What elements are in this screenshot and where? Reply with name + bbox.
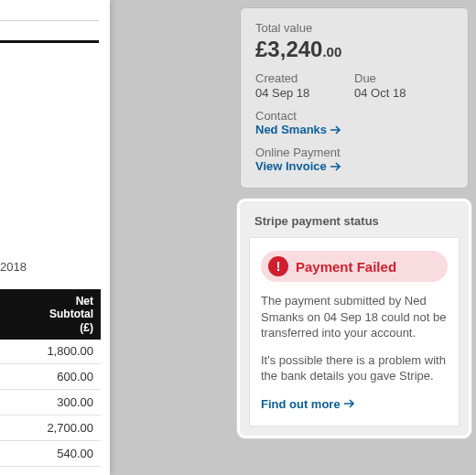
col-header-net: Net xyxy=(4,295,93,308)
stripe-status-title: Stripe payment status xyxy=(249,211,460,237)
invoice-fragment: 2018 Net Subtotal (£) 1,800.00 600.00 30… xyxy=(0,0,110,475)
table-row: 300.00 xyxy=(0,390,101,416)
view-invoice-link[interactable]: View Invoice xyxy=(255,159,341,173)
arrow-right-icon xyxy=(330,125,341,135)
payment-failed-badge: ! Payment Failed xyxy=(261,251,448,282)
stripe-status-card: Stripe payment status ! Payment Failed T… xyxy=(240,201,469,436)
table-header: Net Subtotal (£) xyxy=(0,289,101,340)
stripe-message: The payment submitted by Ned Smanks on 0… xyxy=(261,293,448,341)
stripe-status-body: ! Payment Failed The payment submitted b… xyxy=(249,237,460,426)
col-header-currency: (£) xyxy=(4,321,93,334)
sidebar: Total value £3,240.00 Created 04 Sep 18 … xyxy=(240,7,469,436)
online-payment-label: Online Payment xyxy=(255,146,453,159)
invoice-date-year: 2018 xyxy=(0,260,27,274)
total-value-label: Total value xyxy=(255,21,453,35)
view-invoice-label: View Invoice xyxy=(255,159,327,173)
total-value: £3,240.00 xyxy=(255,37,453,62)
table-row: 540.00 xyxy=(0,441,101,467)
payment-failed-label: Payment Failed xyxy=(296,259,396,275)
created-value: 04 Sep 18 xyxy=(255,86,354,100)
table-row: 600.00 xyxy=(0,364,101,390)
arrow-right-icon xyxy=(330,162,341,171)
divider-bold xyxy=(0,40,99,43)
table-row: 2,700.00 xyxy=(0,416,101,441)
created-label: Created xyxy=(255,71,354,85)
summary-card: Total value £3,240.00 Created 04 Sep 18 … xyxy=(240,7,469,189)
contact-name: Ned Smanks xyxy=(255,123,327,136)
table-rows: 1,800.00 600.00 300.00 2,700.00 540.00 xyxy=(0,339,101,467)
due-label: Due xyxy=(354,71,453,85)
divider xyxy=(0,20,99,21)
find-out-more-link[interactable]: Find out more xyxy=(261,397,355,411)
alert-icon: ! xyxy=(268,256,288,276)
contact-label: Contact xyxy=(255,109,453,123)
arrow-right-icon xyxy=(344,399,355,408)
find-out-more-label: Find out more xyxy=(261,397,341,411)
stripe-message: It's possible there is a problem with th… xyxy=(261,352,448,384)
contact-link[interactable]: Ned Smanks xyxy=(255,123,341,136)
due-value: 04 Oct 18 xyxy=(354,86,453,100)
col-header-subtotal: Subtotal xyxy=(4,308,93,320)
dates-row: Created 04 Sep 18 Due 04 Oct 18 xyxy=(255,71,453,100)
table-row: 1,800.00 xyxy=(0,339,101,364)
